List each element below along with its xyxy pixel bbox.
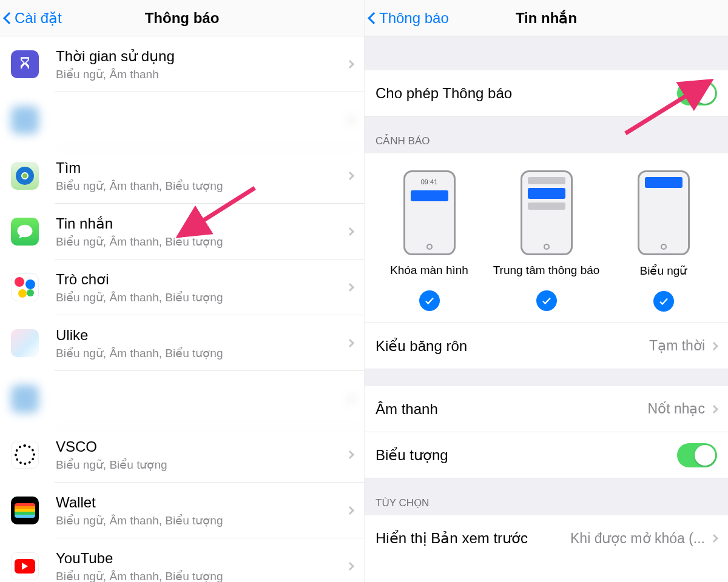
app-notification-summary: Biểu ngữ, Âm thanh, Biểu tượng — [56, 235, 341, 249]
app-row-texts — [56, 398, 341, 400]
badge-toggle[interactable] — [677, 443, 717, 467]
chevron-right-icon — [710, 534, 718, 543]
alert-type-label: Khóa màn hình — [390, 264, 468, 277]
app-notification-summary: Biểu ngữ, Âm thanh, Biểu tượng — [56, 346, 341, 360]
ulike-icon — [11, 329, 39, 357]
alert-type-label: Biểu ngữ — [640, 264, 687, 278]
app-row-texts: TìmBiểu ngữ, Âm thanh, Biểu tượng — [56, 159, 341, 193]
app-name: Ulike — [56, 327, 341, 344]
chevron-right-icon — [346, 283, 354, 292]
chevron-right-icon — [346, 60, 354, 69]
banner-style-row[interactable]: Kiểu băng rôn Tạm thời — [365, 323, 728, 369]
options-section-header: TÙY CHỌN — [365, 478, 728, 515]
badge-label: Biểu tượng — [376, 447, 448, 464]
alerts-section-header: CẢNH BÁO — [365, 116, 728, 153]
youtube-icon — [11, 552, 39, 580]
notification-center-preview-icon — [521, 170, 573, 255]
checkmark-icon — [419, 290, 440, 311]
allow-notifications-label: Cho phép Thông báo — [376, 85, 512, 102]
banner-preview-icon — [638, 170, 690, 255]
section-gap — [365, 36, 728, 70]
chevron-right-icon — [346, 562, 354, 570]
app-name: VSCO — [56, 438, 341, 455]
app-row[interactable]: Trò chơiBiểu ngữ, Âm thanh, Biểu tượng — [0, 259, 364, 315]
app-row-texts: UlikeBiểu ngữ, Âm thanh, Biểu tượng — [56, 327, 341, 360]
alert-type-lockscreen[interactable]: 09:41 Khóa màn hình — [371, 170, 487, 312]
messages-icon — [11, 218, 39, 246]
alert-type-notification-center[interactable]: Trung tâm thông báo — [488, 170, 604, 312]
app-row-texts — [56, 119, 341, 121]
app-row-texts: WalletBiểu ngữ, Âm thanh, Biểu tượng — [56, 494, 341, 527]
app-row-texts: Thời gian sử dụngBiểu ngữ, Âm thanh — [56, 48, 341, 81]
app-row[interactable]: TìmBiểu ngữ, Âm thanh, Biểu tượng — [0, 148, 364, 204]
lockscreen-preview-icon: 09:41 — [403, 170, 456, 255]
back-button-settings[interactable]: Cài đặt — [5, 10, 62, 27]
find-my-icon — [11, 162, 39, 190]
navbar-right: Thông báo Tin nhắn — [365, 0, 728, 36]
checkmark-icon — [653, 291, 674, 312]
app-name: Tin nhắn — [56, 215, 341, 232]
app-notification-summary: Biểu ngữ, Âm thanh, Biểu tượng — [56, 179, 341, 193]
notifications-pane: Cài đặt Thông báo Thời gian sử dụngBiểu … — [0, 0, 364, 582]
back-button-notifications[interactable]: Thông báo — [369, 10, 449, 27]
app-row-texts: YouTubeBiểu ngữ, Âm thanh, Biểu tượng — [56, 550, 341, 583]
show-preview-row[interactable]: Hiển thị Bản xem trước Khi được mở khóa … — [365, 515, 728, 561]
app-name: Tìm — [56, 159, 341, 176]
messages-settings-pane: Thông báo Tin nhắn Cho phép Thông báo CẢ… — [364, 0, 728, 582]
app-row[interactable]: VSCOBiểu ngữ, Biểu tượng — [0, 427, 364, 483]
wallet-icon — [11, 497, 39, 524]
alert-types-area: 09:41 Khóa màn hình Trung tâm thông báo — [365, 153, 728, 323]
app-notification-summary: Biểu ngữ, Biểu tượng — [56, 458, 341, 472]
sound-label: Âm thanh — [376, 401, 438, 418]
app-row[interactable]: YouTubeBiểu ngữ, Âm thanh, Biểu tượng — [0, 538, 364, 582]
allow-notifications-toggle[interactable] — [677, 81, 717, 105]
game-center-icon — [11, 273, 39, 301]
screen-time-icon — [11, 50, 39, 78]
page-title-notifications: Thông báo — [145, 10, 220, 27]
app-row[interactable] — [0, 92, 364, 148]
chevron-right-icon — [710, 404, 718, 413]
alert-type-banner[interactable]: Biểu ngữ — [605, 170, 721, 312]
app-row[interactable]: Thời gian sử dụngBiểu ngữ, Âm thanh — [0, 36, 364, 92]
app-notification-summary: Biểu ngữ, Âm thanh, Biểu tượng — [56, 569, 341, 583]
vsco-icon — [11, 441, 39, 469]
app-row[interactable]: WalletBiểu ngữ, Âm thanh, Biểu tượng — [0, 483, 364, 538]
allow-notifications-row[interactable]: Cho phép Thông báo — [365, 70, 728, 116]
chevron-right-icon — [346, 116, 354, 124]
app-row[interactable] — [0, 371, 364, 427]
chevron-left-icon — [368, 12, 380, 24]
chevron-right-icon — [346, 172, 354, 180]
chevron-right-icon — [346, 506, 354, 515]
badge-row[interactable]: Biểu tượng — [365, 432, 728, 478]
app-row-texts: VSCOBiểu ngữ, Biểu tượng — [56, 438, 341, 472]
show-preview-label: Hiển thị Bản xem trước — [376, 530, 528, 547]
show-preview-value: Khi được mở khóa (... — [570, 530, 705, 547]
app-name: Wallet — [56, 494, 341, 511]
app-row[interactable]: Tin nhắnBiểu ngữ, Âm thanh, Biểu tượng — [0, 204, 364, 259]
chevron-left-icon — [3, 12, 15, 24]
app-notification-summary: Biểu ngữ, Âm thanh, Biểu tượng — [56, 290, 341, 304]
sound-value: Nốt nhạc — [648, 401, 705, 417]
blurred-app-icon — [11, 385, 39, 413]
chevron-right-icon — [346, 227, 354, 236]
chevron-right-icon — [346, 339, 354, 347]
banner-style-value: Tạm thời — [649, 338, 705, 354]
blurred-app-icon — [11, 106, 39, 134]
chevron-right-icon — [710, 341, 718, 350]
app-name: Trò chơi — [56, 271, 341, 288]
sound-row[interactable]: Âm thanh Nốt nhạc — [365, 386, 728, 432]
app-row[interactable]: UlikeBiểu ngữ, Âm thanh, Biểu tượng — [0, 315, 364, 371]
app-name: YouTube — [56, 550, 341, 567]
back-label: Thông báo — [379, 10, 449, 27]
app-list: Thời gian sử dụngBiểu ngữ, Âm thanhTìmBi… — [0, 36, 364, 582]
app-row-texts: Tin nhắnBiểu ngữ, Âm thanh, Biểu tượng — [56, 215, 341, 249]
page-title-messages: Tin nhắn — [516, 10, 577, 27]
section-gap — [365, 369, 728, 386]
checkmark-icon — [536, 290, 557, 311]
banner-style-label: Kiểu băng rôn — [376, 338, 467, 355]
navbar-left: Cài đặt Thông báo — [0, 0, 364, 36]
chevron-right-icon — [346, 395, 354, 403]
mock-time: 09:41 — [421, 178, 438, 186]
alert-type-label: Trung tâm thông báo — [493, 264, 600, 277]
app-notification-summary: Biểu ngữ, Âm thanh — [56, 67, 341, 81]
